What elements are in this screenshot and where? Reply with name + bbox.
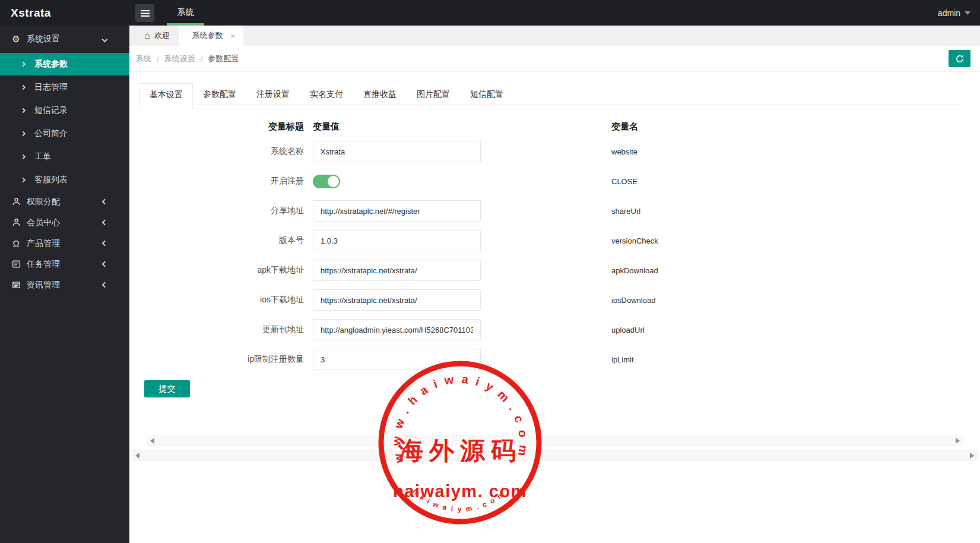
column-header-title: 变量标题	[129, 121, 304, 132]
form-row-apk-download: apk下载地址 apkDownload	[129, 255, 960, 285]
toggle-knob	[328, 176, 339, 187]
sidebar-item-label: 任务管理	[27, 259, 60, 270]
form-rows: 系统名称 website 开启注册 CLOSE 分享地址 shareUrl 版本…	[129, 137, 960, 374]
sidebar-item-company-profile[interactable]: 公司简介	[0, 122, 129, 145]
version-input[interactable]	[313, 230, 481, 251]
tab-referral-income[interactable]: 直推收益	[353, 83, 407, 105]
sidebar-item-customer-service-list[interactable]: 客服列表	[0, 168, 129, 191]
chevron-left-icon	[102, 220, 108, 226]
field-label: ios下载地址	[129, 295, 304, 305]
sidebar-item-system-settings[interactable]: ⚙ 系统设置	[0, 26, 129, 53]
sidebar-item-work-order[interactable]: 工单	[0, 145, 129, 168]
field-varname: versionCheck	[611, 236, 960, 245]
column-header-value: 变量值	[304, 121, 611, 132]
field-label: 版本号	[129, 235, 304, 246]
scroll-right-arrow-icon[interactable]	[970, 453, 974, 459]
sidebar-item-task-management[interactable]: 任务管理	[0, 254, 129, 274]
register-toggle[interactable]	[313, 175, 340, 188]
close-icon[interactable]: ×	[230, 31, 236, 40]
tab-sms-config[interactable]: 短信配置	[460, 83, 513, 105]
breadcrumb: 系统 / 系统设置 / 参数配置	[136, 46, 239, 72]
sidebar-item-log-management[interactable]: 日志管理	[0, 75, 129, 99]
field-varname: shareUrl	[611, 207, 960, 216]
sidebar-item-label: 系统设置	[27, 34, 60, 45]
submit-button[interactable]: 提交	[144, 380, 190, 397]
top-header: Xstrata 系统 admin	[0, 0, 980, 26]
menu-toggle-button[interactable]	[135, 4, 154, 22]
sidebar-item-label: 资讯管理	[27, 280, 60, 291]
scroll-left-arrow-icon[interactable]	[150, 438, 154, 444]
topnav-item-system[interactable]: 系统	[167, 0, 204, 26]
share-url-input[interactable]	[313, 200, 481, 222]
tab-realname-payment[interactable]: 实名支付	[300, 83, 353, 105]
chevron-left-icon	[102, 261, 108, 267]
sidebar-item-permission-assignment[interactable]: 权限分配	[0, 191, 129, 212]
field-varname: apkDownload	[611, 266, 960, 275]
sidebar-subitem-label: 公司简介	[34, 128, 68, 139]
chevron-right-icon	[21, 108, 26, 112]
tasks-icon	[11, 260, 21, 269]
form-row-website: 系统名称 website	[129, 137, 960, 166]
inner-horizontal-scrollbar[interactable]	[147, 435, 963, 446]
sidebar-subitem-label: 日志管理	[34, 82, 68, 93]
sidebar-item-sms-records[interactable]: 短信记录	[0, 99, 129, 122]
chevron-right-icon	[21, 62, 26, 67]
tab-param-config[interactable]: 参数配置	[193, 83, 246, 105]
scroll-left-arrow-icon[interactable]	[135, 453, 139, 459]
news-icon	[11, 280, 21, 289]
tab-label: 欢迎	[154, 30, 170, 41]
apk-download-input[interactable]	[313, 260, 481, 281]
user-menu[interactable]: admin	[938, 0, 971, 26]
tab-image-config[interactable]: 图片配置	[407, 83, 460, 105]
hamburger-icon	[140, 10, 150, 17]
tab-label: 系统参数	[192, 30, 223, 41]
column-header-varname: 变量名	[611, 121, 960, 132]
field-label: 系统名称	[129, 146, 304, 157]
breadcrumb-separator: /	[201, 55, 203, 64]
scroll-right-arrow-icon[interactable]	[956, 438, 960, 444]
users-icon	[11, 197, 21, 206]
form-row-ip-limit: ip限制注册数量 ipLimit	[129, 345, 960, 374]
page-horizontal-scrollbar[interactable]	[132, 450, 978, 461]
username-label: admin	[938, 8, 960, 18]
breadcrumb-item-system-settings[interactable]: 系统设置	[164, 53, 195, 64]
sidebar-subitem-label: 客服列表	[34, 175, 68, 185]
form-row-register-toggle: 开启注册 CLOSE	[129, 166, 960, 196]
upload-url-input[interactable]	[313, 319, 481, 340]
ios-download-input[interactable]	[313, 289, 481, 311]
caret-down-icon	[965, 11, 971, 15]
system-name-input[interactable]	[313, 141, 481, 162]
home-icon: ⌂	[144, 31, 150, 40]
sidebar-item-label: 权限分配	[27, 197, 60, 207]
chevron-down-icon	[102, 36, 108, 42]
toolbar: 系统 / 系统设置 / 参数配置	[129, 46, 980, 72]
form-row-version: 版本号 versionCheck	[129, 226, 960, 255]
form-row-ios-download: ios下载地址 iosDownload	[129, 285, 960, 315]
form-row-upload-url: 更新包地址 uploadUrl	[129, 315, 960, 345]
chevron-right-icon	[21, 131, 26, 135]
field-label: 更新包地址	[129, 324, 304, 335]
gear-icon: ⚙	[11, 34, 21, 45]
product-icon: Ω	[11, 238, 21, 248]
tab-register-settings[interactable]: 注册设置	[246, 83, 300, 105]
tab-welcome[interactable]: ⌂ 欢迎	[135, 26, 179, 46]
breadcrumb-item-system[interactable]: 系统	[136, 53, 151, 64]
sidebar: ⚙ 系统设置 系统参数 日志管理 短信记录 公司简介 工单 客服列表	[0, 26, 129, 543]
chevron-right-icon	[21, 177, 26, 182]
chevron-left-icon	[102, 282, 108, 288]
sidebar-item-product-management[interactable]: Ω 产品管理	[0, 233, 129, 254]
sidebar-item-member-center[interactable]: 会员中心	[0, 212, 129, 233]
sidebar-item-news-management[interactable]: 资讯管理	[0, 274, 129, 295]
tab-system-params[interactable]: 系统参数 ×	[179, 26, 244, 46]
refresh-button[interactable]	[949, 50, 971, 67]
sidebar-item-system-params[interactable]: 系统参数	[0, 53, 129, 75]
chevron-right-icon	[21, 84, 26, 89]
tab-basic-settings[interactable]: 基本设置	[139, 83, 193, 109]
sidebar-item-label: 会员中心	[27, 217, 60, 228]
ip-limit-input[interactable]	[313, 349, 481, 370]
user-icon	[11, 218, 21, 227]
field-label: 开启注册	[129, 176, 304, 187]
field-varname: uploadUrl	[611, 326, 960, 334]
field-varname: CLOSE	[611, 177, 960, 186]
breadcrumb-item-current: 参数配置	[208, 53, 239, 64]
